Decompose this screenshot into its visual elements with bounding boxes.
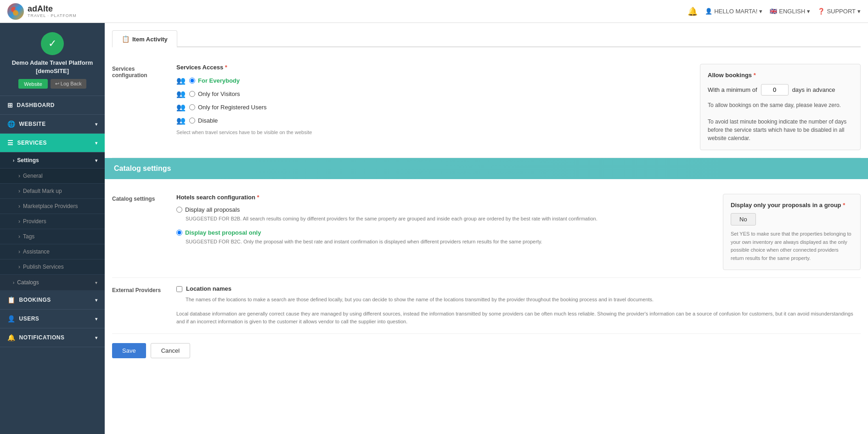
- radio-everybody-input[interactable]: [189, 78, 195, 84]
- sidebar-item-providers[interactable]: › Providers: [0, 214, 105, 229]
- providers-arrow-icon: ›: [18, 218, 20, 225]
- general-label: General: [23, 173, 43, 179]
- user-menu-button[interactable]: 👤 HELLO MARTA! ▾: [705, 8, 762, 15]
- top-nav-right: 🔔 👤 HELLO MARTA! ▾ 🇬🇧 ENGLISH ▾ ❓ SUPPOR…: [688, 6, 861, 17]
- catalogs-label: Catalogs: [17, 279, 39, 286]
- logo-icon: [7, 3, 24, 20]
- sidebar-item-services[interactable]: ☰ SERVICES ▾: [0, 134, 105, 152]
- radio-disable: 👥 Disable: [176, 116, 686, 125]
- sidebar-item-tags[interactable]: › Tags: [0, 229, 105, 244]
- sidebar-item-notifications[interactable]: 🔔 NOTIFICATIONS ▾: [0, 328, 105, 347]
- display-only-box: Display only your proposals in a group *…: [723, 194, 861, 270]
- support-button[interactable]: ❓ SUPPORT ▾: [817, 8, 861, 15]
- assistance-label: Assistance: [23, 248, 50, 255]
- profile-buttons: Website ↩ Log Back: [18, 79, 86, 89]
- tab-bar: 📋 Item Activity: [112, 30, 861, 47]
- sidebar-item-bookings[interactable]: 📋 BOOKINGS ▾: [0, 291, 105, 310]
- support-icon: ❓: [817, 8, 825, 15]
- display-only-no-button[interactable]: No: [731, 213, 756, 225]
- tab-activity-icon: 📋: [122, 35, 130, 43]
- disable-text: Disable: [198, 117, 218, 124]
- tab-item-activity[interactable]: 📋 Item Activity: [112, 30, 177, 47]
- sidebar-item-general[interactable]: › General: [0, 169, 105, 184]
- catalog-config-row: Catalog settings Hotels search configura…: [112, 186, 861, 278]
- allow-bookings-required-star: *: [754, 72, 756, 79]
- best-proposal-desc: SUGGESTED FOR B2C. Only the proposal wit…: [186, 238, 714, 246]
- sidebar-item-website[interactable]: 🌐 WEBSITE ▾: [0, 115, 105, 134]
- default-markup-arrow-icon: ›: [18, 188, 20, 194]
- allow-bookings-col: Allow bookings * With a minimum of days …: [700, 64, 861, 150]
- lang-button[interactable]: 🇬🇧 ENGLISH ▾: [770, 8, 810, 15]
- sidebar-item-assistance[interactable]: › Assistance: [0, 244, 105, 259]
- sidebar-item-marketplace-providers[interactable]: › Marketplace Providers: [0, 199, 105, 214]
- sidebar-profile: ✓ Demo Adalte Travel Platform [demoSITE]…: [0, 23, 105, 96]
- sidebar-item-dashboard[interactable]: ⊞ DASHBOARD: [0, 96, 105, 115]
- radio-registered: 👥 Only for Registered Users: [176, 103, 686, 112]
- radio-visitors: 👥 Only for Visitors: [176, 90, 686, 98]
- access-note: Select when travel services have to be v…: [176, 130, 686, 135]
- radio-registered-label[interactable]: Only for Registered Users: [189, 104, 267, 111]
- location-names-checkbox[interactable]: [176, 286, 182, 292]
- radio-disable-label[interactable]: Disable: [189, 117, 218, 124]
- radio-all-proposals-label[interactable]: Display all proposals: [176, 206, 714, 213]
- logback-button[interactable]: ↩ Log Back: [51, 79, 86, 89]
- radio-visitors-input[interactable]: [189, 91, 195, 97]
- radio-all-proposals-input[interactable]: [176, 207, 182, 213]
- publish-services-label: Publish Services: [23, 264, 64, 270]
- radio-registered-input[interactable]: [189, 104, 195, 110]
- services-left: ☰ SERVICES: [7, 139, 47, 147]
- display-only-title-text: Display only your proposals in a group: [731, 202, 841, 209]
- radio-visitors-label[interactable]: Only for Visitors: [189, 90, 240, 97]
- local-db-note: Local database information are generally…: [176, 310, 861, 326]
- radio-disable-input[interactable]: [189, 118, 195, 124]
- services-access-col: Services Access * 👥 For Everybody: [176, 64, 686, 150]
- services-label: SERVICES: [17, 140, 47, 146]
- settings-expand-arrow: ▾: [95, 158, 97, 163]
- bookings-arrow-icon: ▾: [95, 298, 98, 303]
- services-access-content: Services Access * 👥 For Everybody: [176, 64, 861, 150]
- radio-best-proposal-input[interactable]: [176, 230, 182, 236]
- sidebar-item-catalogs[interactable]: › Catalogs ▾: [0, 275, 105, 291]
- display-only-col: Display only your proposals in a group *…: [723, 194, 861, 270]
- radio-best-proposal-label[interactable]: Display best proposal only: [176, 229, 714, 236]
- settings-arrow-icon: ›: [13, 158, 14, 163]
- sidebar-item-settings[interactable]: › Settings ▾: [0, 152, 105, 169]
- user-arrow-icon: ▾: [759, 8, 762, 15]
- flag-icon: 🇬🇧: [770, 8, 777, 15]
- profile-name: Demo Adalte Travel Platform [demoSITE]: [5, 59, 100, 75]
- tags-label: Tags: [23, 233, 34, 240]
- top-navbar: adAlte TRAVEL · PLATFORM 🔔 👤 HELLO MARTA…: [0, 0, 868, 23]
- radio-all-proposals: Display all proposals SUGGESTED FOR B2B.…: [176, 206, 714, 223]
- everybody-text: For Everybody: [198, 77, 240, 84]
- min-days-input[interactable]: [761, 84, 789, 96]
- all-proposals-desc: SUGGESTED FOR B2B. All search results co…: [186, 215, 714, 223]
- min-days-prefix: With a minimum of: [708, 86, 757, 93]
- location-names-desc: The names of the locations to make a sea…: [186, 296, 861, 304]
- services-two-cols: Services Access * 👥 For Everybody: [176, 64, 861, 150]
- users-icon: 👤: [7, 315, 16, 322]
- default-markup-label: Default Mark up: [23, 188, 62, 194]
- display-only-desc: Set YES to make sure that the properties…: [731, 230, 853, 262]
- hotels-search-col: Hotels search configuration * Display al…: [176, 194, 714, 270]
- profile-icon: ✓: [41, 32, 64, 55]
- website-button[interactable]: Website: [18, 79, 48, 89]
- save-button[interactable]: Save: [112, 343, 146, 358]
- sidebar-item-default-markup[interactable]: › Default Mark up: [0, 184, 105, 199]
- logo-name: adAlte: [28, 5, 77, 14]
- providers-label: Providers: [23, 218, 46, 225]
- sidebar-item-publish-services[interactable]: › Publish Services: [0, 259, 105, 275]
- min-days-suffix: days in advance: [792, 86, 835, 93]
- location-names-checkbox-row: Location names: [176, 285, 861, 292]
- bell-icon[interactable]: 🔔: [688, 6, 698, 17]
- cancel-button[interactable]: Cancel: [151, 343, 190, 358]
- catalog-two-cols: Hotels search configuration * Display al…: [176, 194, 861, 270]
- radio-everybody: 👥 For Everybody: [176, 76, 686, 85]
- settings-label: Settings: [17, 157, 39, 163]
- allow-bookings-desc1: To allow bookings on the same day, pleas…: [708, 101, 853, 109]
- radio-everybody-label[interactable]: For Everybody: [189, 77, 240, 84]
- sidebar-item-users[interactable]: 👤 USERS ▾: [0, 310, 105, 328]
- services-access-title-text: Services Access: [176, 64, 223, 71]
- settings-subsection: › Settings ▾ › General › Default Mark up…: [0, 152, 105, 291]
- external-providers-label-text: External Providers: [112, 287, 161, 293]
- all-proposals-text: Display all proposals: [185, 206, 240, 213]
